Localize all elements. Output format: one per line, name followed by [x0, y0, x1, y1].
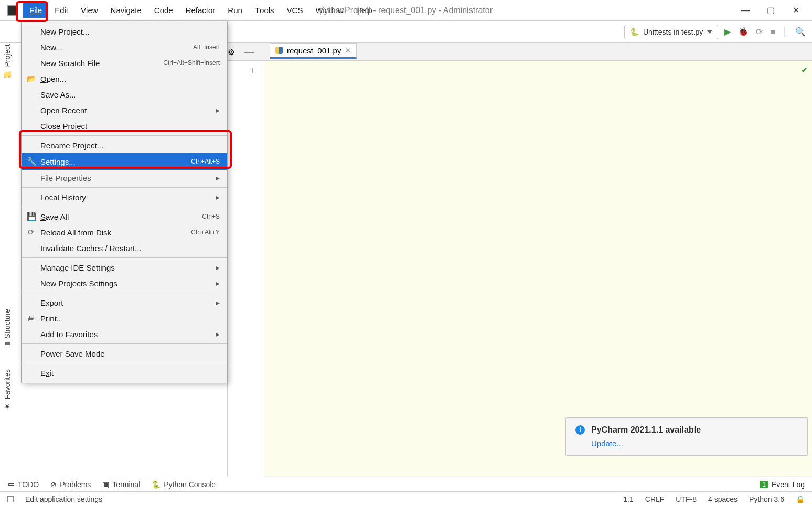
run-config-selector[interactable]: 🐍 Unittests in test.py [624, 25, 718, 39]
menu-navigate[interactable]: Navigate [104, 3, 148, 18]
tool-window-bar: ≔TODO ⊘Problems ▣Terminal 🐍Python Consol… [0, 477, 812, 491]
tool-python-console[interactable]: 🐍Python Console [152, 480, 216, 489]
tool-event-log[interactable]: 1Event Log [760, 480, 805, 489]
python-icon: 🐍 [630, 28, 639, 36]
menu-save-as[interactable]: Save As... [22, 87, 227, 102]
python-file-icon [275, 47, 283, 54]
code-area[interactable] [264, 61, 812, 477]
menu-code[interactable]: Code [148, 3, 179, 18]
menu-view[interactable]: View [74, 3, 104, 18]
menu-reload-all[interactable]: ⟳Reload All from DiskCtrl+Alt+Y [22, 224, 227, 240]
menu-new-scratch[interactable]: New Scratch FileCtrl+Alt+Shift+Insert [22, 55, 227, 71]
run-button[interactable]: ▶ [724, 27, 731, 37]
menu-file-properties[interactable]: File Properties [22, 170, 227, 186]
notification-update-link[interactable]: Update... [591, 439, 798, 448]
menu-close-project[interactable]: Close Project [22, 118, 227, 134]
file-tab[interactable]: request_001.py ✕ [270, 43, 357, 59]
statusbar-toggle-icon[interactable] [7, 496, 14, 502]
titlebar: File Edit View Navigate Code Refactor Ru… [0, 0, 812, 21]
menu-local-history[interactable]: Local History [22, 189, 227, 205]
menu-print[interactable]: 🖶Print... [22, 310, 227, 326]
menu-manage-ide[interactable]: Manage IDE Settings [22, 260, 227, 275]
separator [22, 293, 227, 293]
menu-open-recent[interactable]: Open Recent [22, 102, 227, 118]
print-icon: 🖶 [27, 314, 35, 323]
tool-problems[interactable]: ⊘Problems [50, 480, 91, 489]
notification-title: PyCharm 2021.1.1 available [591, 425, 701, 435]
close-tab-icon[interactable]: ✕ [345, 47, 351, 55]
wrench-icon: 🔧 [27, 157, 35, 166]
debug-button[interactable]: 🐞 [738, 27, 749, 37]
separator [22, 187, 227, 188]
sidebar-tab-favorites[interactable]: ★Favorites [2, 367, 13, 413]
status-hint: Edit application settings [25, 495, 612, 503]
status-interpreter[interactable]: Python 3.6 [749, 495, 784, 503]
menu-exit[interactable]: Exit [22, 365, 227, 381]
menu-edit[interactable]: Edit [48, 3, 74, 18]
menu-refactor[interactable]: Refactor [179, 3, 222, 18]
gear-icon[interactable]: ⚙ [228, 47, 235, 57]
tool-terminal[interactable]: ▣Terminal [102, 480, 140, 489]
minimize-button[interactable]: — [739, 6, 752, 15]
run-config-label: Unittests in test.py [643, 28, 703, 36]
menu-open[interactable]: 📂Open... [22, 71, 227, 87]
line-number: 1 [228, 66, 254, 75]
file-menu-dropdown: New Project... New...Alt+Insert New Scra… [21, 21, 228, 383]
separator [22, 363, 227, 363]
stop-button[interactable]: ■ [770, 27, 775, 37]
file-tab-label: request_001.py [287, 46, 341, 55]
separator [22, 257, 227, 258]
editor[interactable]: 1 ✔ [228, 61, 812, 477]
separator [22, 135, 227, 136]
current-line-highlight [264, 61, 812, 477]
search-button[interactable]: 🔍 [795, 27, 806, 37]
collapse-icon[interactable]: — [244, 47, 254, 58]
menu-export[interactable]: Export [22, 295, 227, 310]
window-title: pythonProject - request_001.py - Adminis… [319, 6, 493, 15]
save-icon: 💾 [27, 212, 35, 221]
menu-invalidate-caches[interactable]: Invalidate Caches / Restart... [22, 240, 227, 256]
menu-power-save[interactable]: Power Save Mode [22, 346, 227, 361]
close-button[interactable]: ✕ [789, 5, 803, 15]
menu-save-all[interactable]: 💾Save AllCtrl+S [22, 209, 227, 224]
menu-new-project[interactable]: New Project... [22, 24, 227, 39]
menu-run[interactable]: Run [221, 3, 249, 18]
menu-new[interactable]: New...Alt+Insert [22, 39, 227, 55]
tool-todo[interactable]: ≔TODO [7, 480, 39, 489]
folder-open-icon: 📂 [27, 74, 35, 83]
menu-new-projects-settings[interactable]: New Projects Settings [22, 275, 227, 291]
app-logo-icon [7, 5, 18, 16]
status-bar: Edit application settings 1:1 CRLF UTF-8… [0, 491, 812, 506]
status-line-sep[interactable]: CRLF [645, 495, 665, 503]
menu-rename-project[interactable]: Rename Project... [22, 137, 227, 153]
status-encoding[interactable]: UTF-8 [676, 495, 697, 503]
lock-icon[interactable]: 🔒 [796, 495, 805, 503]
menu-file[interactable]: File [23, 3, 48, 18]
editor-gutter: 1 [228, 61, 264, 477]
chevron-down-icon [707, 30, 712, 34]
status-indent[interactable]: 4 spaces [708, 495, 738, 503]
maximize-button[interactable]: ▢ [764, 5, 777, 15]
sidebar-tab-project[interactable]: 📁Project [2, 42, 13, 81]
window-buttons: — ▢ ✕ [739, 5, 812, 15]
separator [22, 207, 227, 207]
status-caret-pos[interactable]: 1:1 [623, 495, 633, 503]
event-badge: 1 [760, 481, 768, 488]
menu-tools[interactable]: Tools [249, 3, 281, 18]
inspection-ok-icon[interactable]: ✔ [801, 65, 808, 75]
separator [22, 343, 227, 344]
menu-vcs[interactable]: VCS [281, 3, 309, 18]
reload-icon: ⟳ [27, 228, 35, 237]
coverage-button[interactable]: ⟳ [756, 27, 763, 37]
menu-add-favorites[interactable]: Add to Favorites [22, 326, 227, 342]
info-icon: i [575, 425, 585, 435]
editor-tabstrip-controls: ⚙ — [228, 43, 254, 61]
run-buttons: ▶ 🐞 ⟳ ■ │ 🔍 [724, 27, 806, 37]
menu-settings[interactable]: 🔧Settings...Ctrl+Alt+S [22, 153, 227, 170]
sidebar-tab-structure[interactable]: ▦Structure [2, 307, 13, 352]
notification-popup: i PyCharm 2021.1.1 available Update... [565, 417, 808, 456]
